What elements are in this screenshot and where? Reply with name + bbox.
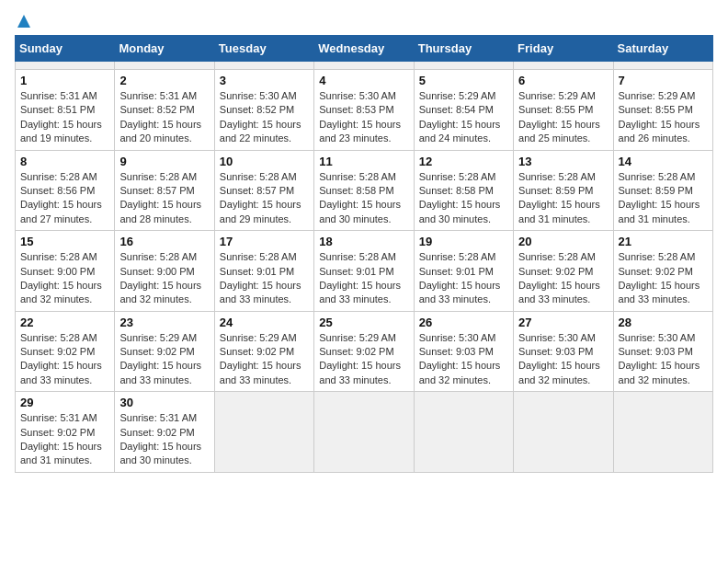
day-number: 13 [518, 155, 608, 168]
day-number: 18 [319, 235, 408, 248]
calendar-cell: 3Sunrise: 5:30 AMSunset: 8:52 PMDaylight… [214, 70, 313, 151]
calendar-cell [314, 392, 414, 473]
calendar-cell: 13Sunrise: 5:28 AMSunset: 8:59 PMDayligh… [514, 150, 613, 231]
calendar-cell [613, 392, 712, 473]
day-number: 1 [20, 74, 109, 87]
day-number: 5 [419, 74, 508, 87]
day-number: 4 [319, 74, 408, 87]
calendar-cell: 24Sunrise: 5:29 AMSunset: 9:02 PMDayligh… [214, 311, 313, 392]
day-number: 30 [119, 396, 209, 409]
column-header-saturday: Saturday [613, 36, 712, 62]
day-number: 8 [20, 155, 109, 168]
day-number: 29 [20, 396, 109, 409]
calendar-cell: 1Sunrise: 5:31 AMSunset: 8:51 PMDaylight… [16, 70, 115, 151]
calendar-cell: 11Sunrise: 5:28 AMSunset: 8:58 PMDayligh… [314, 150, 414, 231]
day-number: 10 [220, 155, 309, 168]
calendar-cell [514, 62, 613, 70]
calendar-cell: 10Sunrise: 5:28 AMSunset: 8:57 PMDayligh… [214, 150, 313, 231]
day-info: Sunrise: 5:30 AMSunset: 8:52 PMDaylight:… [220, 89, 309, 146]
calendar-cell: 6Sunrise: 5:29 AMSunset: 8:55 PMDaylight… [514, 70, 613, 151]
day-info: Sunrise: 5:31 AMSunset: 8:51 PMDaylight:… [20, 89, 109, 146]
calendar-cell [214, 392, 313, 473]
day-info: Sunrise: 5:28 AMSunset: 8:57 PMDaylight:… [119, 170, 209, 227]
calendar-cell: 14Sunrise: 5:28 AMSunset: 8:59 PMDayligh… [613, 150, 712, 231]
day-info: Sunrise: 5:29 AMSunset: 8:55 PMDaylight:… [518, 89, 608, 146]
calendar-cell: 8Sunrise: 5:28 AMSunset: 8:56 PMDaylight… [16, 150, 115, 231]
column-header-friday: Friday [514, 36, 613, 62]
day-info: Sunrise: 5:28 AMSunset: 8:58 PMDaylight:… [319, 170, 408, 227]
calendar-cell: 29Sunrise: 5:31 AMSunset: 9:02 PMDayligh… [16, 392, 115, 473]
day-info: Sunrise: 5:28 AMSunset: 9:00 PMDaylight:… [20, 250, 109, 307]
day-info: Sunrise: 5:31 AMSunset: 8:52 PMDaylight:… [119, 89, 209, 146]
day-info: Sunrise: 5:31 AMSunset: 9:02 PMDaylight:… [20, 411, 109, 468]
calendar-cell [16, 62, 115, 70]
day-number: 26 [419, 316, 508, 329]
day-number: 12 [419, 155, 508, 168]
day-number: 17 [220, 235, 309, 248]
calendar-cell: 2Sunrise: 5:31 AMSunset: 8:52 PMDaylight… [115, 70, 214, 151]
day-info: Sunrise: 5:28 AMSunset: 9:02 PMDaylight:… [518, 250, 608, 307]
calendar-cell: 18Sunrise: 5:28 AMSunset: 9:01 PMDayligh… [314, 231, 414, 312]
logo [15, 15, 32, 26]
day-info: Sunrise: 5:28 AMSunset: 8:58 PMDaylight:… [419, 170, 508, 227]
calendar-cell: 21Sunrise: 5:28 AMSunset: 9:02 PMDayligh… [613, 231, 712, 312]
day-info: Sunrise: 5:30 AMSunset: 9:03 PMDaylight:… [419, 331, 508, 388]
day-info: Sunrise: 5:28 AMSunset: 8:59 PMDaylight:… [619, 170, 708, 227]
svg-marker-0 [17, 15, 30, 28]
calendar-cell: 15Sunrise: 5:28 AMSunset: 9:00 PMDayligh… [16, 231, 115, 312]
day-info: Sunrise: 5:28 AMSunset: 9:02 PMDaylight:… [619, 250, 708, 307]
calendar-cell: 22Sunrise: 5:28 AMSunset: 9:02 PMDayligh… [16, 311, 115, 392]
day-number: 27 [518, 316, 608, 329]
calendar-cell [613, 62, 712, 70]
day-number: 3 [220, 74, 309, 87]
page-header [15, 15, 713, 26]
calendar-cell: 4Sunrise: 5:30 AMSunset: 8:53 PMDaylight… [314, 70, 414, 151]
day-number: 20 [518, 235, 608, 248]
column-header-sunday: Sunday [16, 36, 115, 62]
day-info: Sunrise: 5:29 AMSunset: 9:02 PMDaylight:… [220, 331, 309, 388]
calendar-cell: 30Sunrise: 5:31 AMSunset: 9:02 PMDayligh… [115, 392, 214, 473]
day-info: Sunrise: 5:30 AMSunset: 9:03 PMDaylight:… [619, 331, 708, 388]
calendar-cell: 16Sunrise: 5:28 AMSunset: 9:00 PMDayligh… [115, 231, 214, 312]
calendar-cell [314, 62, 414, 70]
week-row-5: 22Sunrise: 5:28 AMSunset: 9:02 PMDayligh… [16, 311, 713, 392]
column-header-tuesday: Tuesday [214, 36, 313, 62]
day-info: Sunrise: 5:30 AMSunset: 9:03 PMDaylight:… [518, 331, 608, 388]
calendar-cell [115, 62, 214, 70]
day-info: Sunrise: 5:28 AMSunset: 9:01 PMDaylight:… [319, 250, 408, 307]
day-number: 2 [119, 74, 209, 87]
calendar-cell: 27Sunrise: 5:30 AMSunset: 9:03 PMDayligh… [514, 311, 613, 392]
day-info: Sunrise: 5:29 AMSunset: 8:55 PMDaylight:… [619, 89, 708, 146]
day-number: 7 [619, 74, 708, 87]
day-info: Sunrise: 5:29 AMSunset: 9:02 PMDaylight:… [319, 331, 408, 388]
day-number: 14 [619, 155, 708, 168]
day-number: 21 [619, 235, 708, 248]
calendar-cell: 17Sunrise: 5:28 AMSunset: 9:01 PMDayligh… [214, 231, 313, 312]
column-header-wednesday: Wednesday [314, 36, 414, 62]
calendar-table: SundayMondayTuesdayWednesdayThursdayFrid… [15, 35, 713, 473]
column-header-thursday: Thursday [414, 36, 513, 62]
week-row-6: 29Sunrise: 5:31 AMSunset: 9:02 PMDayligh… [16, 392, 713, 473]
calendar-cell: 25Sunrise: 5:29 AMSunset: 9:02 PMDayligh… [314, 311, 414, 392]
calendar-cell [514, 392, 613, 473]
calendar-header-row: SundayMondayTuesdayWednesdayThursdayFrid… [16, 36, 713, 62]
calendar-cell: 5Sunrise: 5:29 AMSunset: 8:54 PMDaylight… [414, 70, 513, 151]
calendar-cell: 12Sunrise: 5:28 AMSunset: 8:58 PMDayligh… [414, 150, 513, 231]
day-number: 22 [20, 316, 109, 329]
day-number: 11 [319, 155, 408, 168]
day-number: 15 [20, 235, 109, 248]
day-number: 16 [119, 235, 209, 248]
calendar-cell: 9Sunrise: 5:28 AMSunset: 8:57 PMDaylight… [115, 150, 214, 231]
week-row-4: 15Sunrise: 5:28 AMSunset: 9:00 PMDayligh… [16, 231, 713, 312]
day-info: Sunrise: 5:28 AMSunset: 8:59 PMDaylight:… [518, 170, 608, 227]
day-info: Sunrise: 5:28 AMSunset: 8:57 PMDaylight:… [220, 170, 309, 227]
week-row-2: 1Sunrise: 5:31 AMSunset: 8:51 PMDaylight… [16, 70, 713, 151]
calendar-cell: 28Sunrise: 5:30 AMSunset: 9:03 PMDayligh… [613, 311, 712, 392]
day-info: Sunrise: 5:28 AMSunset: 9:00 PMDaylight:… [119, 250, 209, 307]
day-info: Sunrise: 5:28 AMSunset: 9:01 PMDaylight:… [220, 250, 309, 307]
calendar-cell: 19Sunrise: 5:28 AMSunset: 9:01 PMDayligh… [414, 231, 513, 312]
day-info: Sunrise: 5:28 AMSunset: 9:02 PMDaylight:… [20, 331, 109, 388]
calendar-cell: 7Sunrise: 5:29 AMSunset: 8:55 PMDaylight… [613, 70, 712, 151]
calendar-cell: 20Sunrise: 5:28 AMSunset: 9:02 PMDayligh… [514, 231, 613, 312]
day-info: Sunrise: 5:29 AMSunset: 9:02 PMDaylight:… [119, 331, 209, 388]
